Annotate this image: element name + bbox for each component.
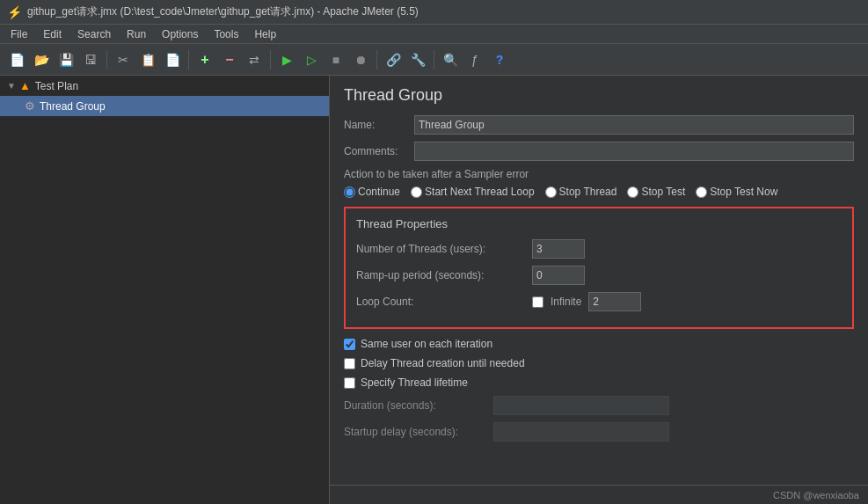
function-button[interactable]: ƒ xyxy=(463,48,486,71)
cut-button[interactable]: ✂ xyxy=(112,48,135,71)
save-button[interactable]: 💾 xyxy=(55,48,77,71)
loopcount-label: Loop Count: xyxy=(356,296,532,308)
radio-continue[interactable]: Continue xyxy=(344,186,400,198)
loopcount-row: Loop Count: Infinite xyxy=(356,292,842,311)
save-all-button[interactable]: 🖫 xyxy=(79,48,102,71)
open-button[interactable]: 📂 xyxy=(30,48,53,71)
threadgroup-label: Thread Group xyxy=(40,100,106,113)
radio-stop-thread[interactable]: Stop Thread xyxy=(545,186,617,198)
specify-lifetime-label: Specify Thread lifetime xyxy=(361,376,468,389)
radio-stop-thread-label: Stop Thread xyxy=(559,186,617,198)
rampup-row: Ramp-up period (seconds): xyxy=(356,266,842,285)
infinite-label: Infinite xyxy=(551,296,581,308)
window-title: githup_get请求.jmx (D:\test_code\Jmeter\gi… xyxy=(27,4,419,19)
menu-tools[interactable]: Tools xyxy=(207,26,245,42)
new-button[interactable]: 📄 xyxy=(5,48,28,71)
duration-row: Duration (seconds): xyxy=(344,396,854,415)
radio-start-next[interactable]: Start Next Thread Loop xyxy=(411,186,535,198)
name-label: Name: xyxy=(344,119,414,131)
menu-bar: File Edit Search Run Options Tools Help xyxy=(0,25,868,44)
startup-delay-input[interactable] xyxy=(493,422,669,442)
bottom-text: CSDN @wenxiaoba xyxy=(773,490,859,500)
main-area: ▼ ▲ Test Plan ⚙ Thread Group Thread Grou… xyxy=(0,76,868,504)
testplan-label: Test Plan xyxy=(35,80,78,92)
threadgroup-icon: ⚙ xyxy=(25,99,35,113)
search-tree-button[interactable]: 🔍 xyxy=(439,48,462,71)
infinite-checkbox[interactable] xyxy=(532,296,543,308)
run-button[interactable]: ▶ xyxy=(275,48,298,71)
radio-stop-test[interactable]: Stop Test xyxy=(627,186,685,198)
remove-button[interactable]: − xyxy=(218,48,241,71)
tree-item-testplan[interactable]: ▼ ▲ Test Plan xyxy=(0,76,329,96)
stop-button[interactable]: ■ xyxy=(325,48,347,71)
toolbar-separator-4 xyxy=(376,50,377,69)
radio-start-next-label: Start Next Thread Loop xyxy=(425,186,535,198)
comments-row: Comments: xyxy=(344,142,854,161)
same-user-checkbox[interactable] xyxy=(344,339,355,350)
expand-icon: ▼ xyxy=(7,81,16,91)
testplan-icon: ▲ xyxy=(19,79,31,92)
name-input[interactable] xyxy=(414,115,854,135)
toolbar: 📄 📂 💾 🖫 ✂ 📋 📄 + − ⇄ ▶ ▷ ■ ⏺ 🔗 🔧 🔍 ƒ ? xyxy=(0,44,868,76)
right-panel: Thread Group Name: Comments: Action to b… xyxy=(330,76,868,504)
menu-help[interactable]: Help xyxy=(247,26,283,42)
paste-button[interactable]: 📄 xyxy=(161,48,184,71)
loopcount-input[interactable] xyxy=(588,292,641,311)
tree-item-threadgroup[interactable]: ⚙ Thread Group xyxy=(0,96,329,116)
add-button[interactable]: + xyxy=(193,48,216,71)
same-user-row: Same user on each iteration xyxy=(344,338,854,350)
panel-title: Thread Group xyxy=(344,86,854,105)
radio-continue-label: Continue xyxy=(358,186,400,198)
rampup-input[interactable] xyxy=(532,266,585,285)
delay-creation-row: Delay Thread creation until needed xyxy=(344,357,854,369)
copy-button[interactable]: 📋 xyxy=(136,48,159,71)
app-icon: ⚡ xyxy=(7,5,22,19)
startup-delay-label: Startup delay (seconds): xyxy=(344,426,493,438)
menu-file[interactable]: File xyxy=(4,26,34,42)
startup-delay-row: Startup delay (seconds): xyxy=(344,422,854,442)
title-bar: ⚡ githup_get请求.jmx (D:\test_code\Jmeter\… xyxy=(0,0,868,25)
help-button[interactable]: ? xyxy=(488,48,511,71)
radio-stop-test-now-label: Stop Test Now xyxy=(710,186,777,198)
rampup-label: Ramp-up period (seconds): xyxy=(356,269,532,281)
threads-row: Number of Threads (users): xyxy=(356,239,842,259)
run-no-pause-button[interactable]: ▷ xyxy=(300,48,323,71)
remote-run-button[interactable]: 🔗 xyxy=(382,48,405,71)
toolbar-separator-2 xyxy=(188,50,189,69)
menu-options[interactable]: Options xyxy=(155,26,205,42)
threads-label: Number of Threads (users): xyxy=(356,243,532,255)
loop-controls: Infinite xyxy=(532,292,641,311)
specify-lifetime-checkbox[interactable] xyxy=(344,377,355,389)
name-row: Name: xyxy=(344,115,854,135)
toolbar-separator-3 xyxy=(270,50,271,69)
bottom-bar: CSDN @wenxiaoba xyxy=(330,485,868,504)
menu-edit[interactable]: Edit xyxy=(36,26,69,42)
radio-stop-test-label: Stop Test xyxy=(641,186,685,198)
duration-input[interactable] xyxy=(493,396,669,415)
remote-stop-button[interactable]: 🔧 xyxy=(406,48,429,71)
comments-label: Comments: xyxy=(344,145,414,157)
radio-stop-test-now[interactable]: Stop Test Now xyxy=(696,186,777,198)
delay-creation-label: Delay Thread creation until needed xyxy=(361,357,525,369)
threads-input[interactable] xyxy=(532,239,585,259)
thread-properties-box: Thread Properties Number of Threads (use… xyxy=(344,207,854,329)
menu-search[interactable]: Search xyxy=(70,26,118,42)
same-user-label: Same user on each iteration xyxy=(361,338,492,350)
duration-label: Duration (seconds): xyxy=(344,399,493,412)
menu-run[interactable]: Run xyxy=(120,26,153,42)
action-radio-group: Continue Start Next Thread Loop Stop Thr… xyxy=(344,186,854,198)
comments-input[interactable] xyxy=(414,142,854,161)
toolbar-separator-5 xyxy=(434,50,434,69)
clear-button[interactable]: ⇄ xyxy=(243,48,266,71)
shutdown-button[interactable]: ⏺ xyxy=(349,48,372,71)
delay-creation-checkbox[interactable] xyxy=(344,358,355,369)
action-label: Action to be taken after a Sampler error xyxy=(344,168,854,180)
toolbar-separator-1 xyxy=(106,50,107,69)
thread-props-title: Thread Properties xyxy=(356,217,842,230)
left-panel: ▼ ▲ Test Plan ⚙ Thread Group xyxy=(0,76,330,504)
specify-lifetime-row: Specify Thread lifetime xyxy=(344,376,854,389)
